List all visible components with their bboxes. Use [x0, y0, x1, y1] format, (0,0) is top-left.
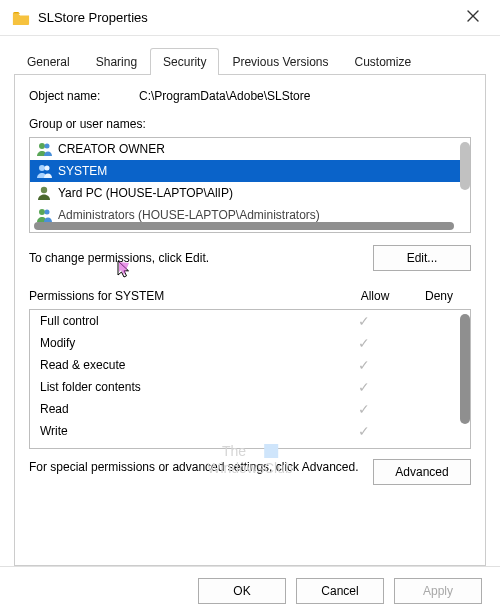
- allow-check-icon: ✓: [332, 401, 396, 417]
- permission-name: Read: [40, 402, 332, 416]
- tab-general[interactable]: General: [14, 48, 83, 75]
- object-name-label: Object name:: [29, 89, 139, 103]
- advanced-hint: For special permissions or advanced sett…: [29, 459, 363, 476]
- tab-previous-versions[interactable]: Previous Versions: [219, 48, 341, 75]
- svg-point-3: [45, 166, 50, 171]
- permission-row: Write ✓: [30, 420, 470, 442]
- allow-check-icon: ✓: [332, 357, 396, 373]
- permissions-for-label: Permissions for SYSTEM: [29, 289, 343, 303]
- svg-point-0: [39, 143, 45, 149]
- list-item[interactable]: SYSTEM: [30, 160, 470, 182]
- tab-security[interactable]: Security: [150, 48, 219, 75]
- cursor-icon: [117, 260, 131, 278]
- group-user-listbox[interactable]: CREATOR OWNER SYSTEM Yard PC (HOUSE-LAPT…: [29, 137, 471, 233]
- close-button[interactable]: [458, 5, 488, 30]
- dialog-footer: OK Cancel Apply: [0, 566, 500, 614]
- titlebar: SLStore Properties: [0, 0, 500, 36]
- list-item[interactable]: CREATOR OWNER: [30, 138, 470, 160]
- allow-check-icon: ✓: [332, 423, 396, 439]
- security-tab-panel: Object name: C:\ProgramData\Adobe\SLStor…: [14, 74, 486, 566]
- permissions-scrollbar[interactable]: [460, 314, 470, 444]
- permission-row: List folder contents ✓: [30, 376, 470, 398]
- list-item-label: Administrators (HOUSE-LAPTOP\Administrat…: [58, 208, 320, 222]
- edit-hint: To change permissions, click Edit.: [29, 251, 373, 265]
- allow-check-icon: ✓: [332, 379, 396, 395]
- list-item-label: SYSTEM: [58, 164, 107, 178]
- ok-button[interactable]: OK: [198, 578, 286, 604]
- permission-row: Full control ✓: [30, 310, 470, 332]
- allow-check-icon: ✓: [332, 335, 396, 351]
- tab-customize[interactable]: Customize: [341, 48, 424, 75]
- permission-name: List folder contents: [40, 380, 332, 394]
- permission-name: Full control: [40, 314, 332, 328]
- permission-name: Read & execute: [40, 358, 332, 372]
- object-name-value: C:\ProgramData\Adobe\SLStore: [139, 89, 471, 103]
- users-icon: [36, 163, 52, 179]
- permission-row: Read ✓: [30, 398, 470, 420]
- user-icon: [36, 185, 52, 201]
- svg-point-6: [45, 210, 50, 215]
- svg-point-2: [39, 165, 45, 171]
- permission-name: Modify: [40, 336, 332, 350]
- advanced-button[interactable]: Advanced: [373, 459, 471, 485]
- svg-point-5: [39, 209, 45, 215]
- allow-check-icon: ✓: [332, 313, 396, 329]
- permission-row: Modify ✓: [30, 332, 470, 354]
- users-icon: [36, 207, 52, 223]
- tab-sharing[interactable]: Sharing: [83, 48, 150, 75]
- folder-icon: [12, 11, 30, 25]
- edit-button[interactable]: Edit...: [373, 245, 471, 271]
- group-user-label: Group or user names:: [29, 117, 471, 131]
- permissions-header: Permissions for SYSTEM Allow Deny: [29, 289, 471, 303]
- object-name-row: Object name: C:\ProgramData\Adobe\SLStor…: [29, 89, 471, 103]
- svg-point-4: [41, 187, 47, 193]
- list-item-label: Yard PC (HOUSE-LAPTOP\AlIP): [58, 186, 233, 200]
- window-title: SLStore Properties: [38, 10, 458, 25]
- users-icon: [36, 141, 52, 157]
- properties-dialog: SLStore Properties General Sharing Secur…: [0, 0, 500, 614]
- listbox-h-scrollbar[interactable]: [34, 222, 454, 230]
- svg-point-1: [45, 144, 50, 149]
- tab-strip: General Sharing Security Previous Versio…: [0, 36, 500, 75]
- list-item[interactable]: Yard PC (HOUSE-LAPTOP\AlIP): [30, 182, 470, 204]
- list-item-label: CREATOR OWNER: [58, 142, 165, 156]
- cancel-button[interactable]: Cancel: [296, 578, 384, 604]
- permission-name: Write: [40, 424, 332, 438]
- listbox-scrollbar[interactable]: [460, 138, 470, 220]
- deny-header: Deny: [407, 289, 471, 303]
- allow-header: Allow: [343, 289, 407, 303]
- permissions-listbox[interactable]: Full control ✓ Modify ✓ Read & execute ✓…: [29, 309, 471, 449]
- apply-button[interactable]: Apply: [394, 578, 482, 604]
- permission-row: Read & execute ✓: [30, 354, 470, 376]
